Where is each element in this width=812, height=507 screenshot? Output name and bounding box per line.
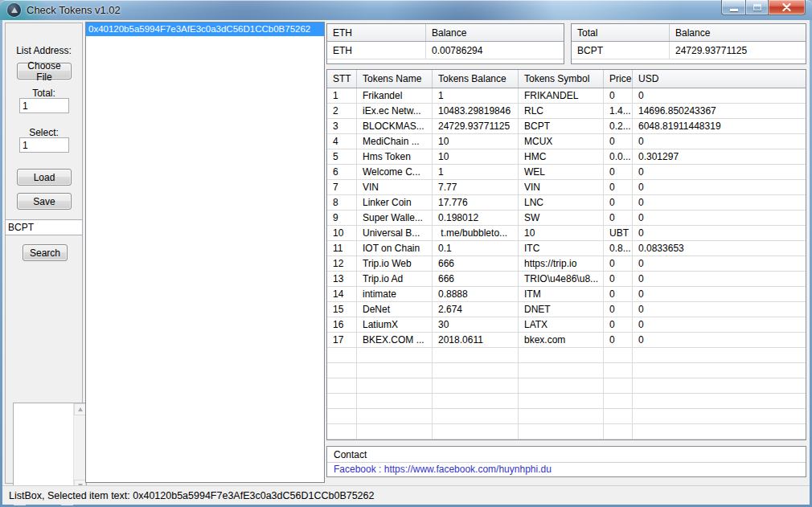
cell: intimate	[357, 287, 433, 301]
cell: 0	[633, 317, 806, 332]
column-header[interactable]: Total	[572, 24, 670, 41]
result-listbox[interactable]	[13, 403, 87, 493]
token-filter-input[interactable]: BCPT	[6, 219, 83, 235]
title-bar[interactable]: Check Tokens v1.02	[0, 0, 812, 20]
cell	[433, 394, 519, 408]
column-header[interactable]: Price	[604, 70, 633, 88]
cell: Super Walle...	[357, 211, 433, 225]
cell	[519, 348, 604, 362]
minimize-icon	[730, 9, 738, 11]
cell	[327, 363, 357, 378]
cell: ETH	[327, 42, 426, 59]
table-row[interactable]: 12Trip.io Web666https://trip.io00	[327, 256, 806, 272]
table-row[interactable]	[327, 424, 806, 440]
column-header[interactable]: Tokens Balance	[433, 70, 519, 88]
cell: 0	[604, 180, 633, 194]
table-row[interactable]: 16LatiumX30LATX00	[327, 317, 806, 333]
facebook-link[interactable]: Facebook : https://www.facebook.com/huyn…	[327, 463, 806, 476]
table-row[interactable]: 9Super Walle...0.198012SW00	[327, 211, 806, 226]
cell: 0	[633, 287, 806, 301]
total-input[interactable]: 1	[19, 98, 69, 113]
close-button[interactable]	[768, 0, 806, 15]
cell	[519, 409, 604, 423]
column-header[interactable]: Balance	[426, 24, 564, 41]
status-bar: ListBox, Selected item text: 0x40120b5a5…	[2, 485, 810, 505]
cell: 16	[327, 317, 357, 332]
cell	[633, 363, 806, 378]
vertical-scrollbar[interactable]	[73, 403, 86, 492]
total-label: Total:	[6, 88, 82, 99]
table-row[interactable]: 13Trip.io Ad666TRIO\u4e86\u8...00	[327, 272, 806, 287]
table-row[interactable]: 14intimate0.8888ITM00	[327, 287, 806, 302]
cell	[327, 424, 357, 439]
eth-balance-table: ETHBalanceETH0.00786294	[326, 23, 564, 64]
table-row[interactable]: 5Hms Token10HMC0.0...0.301297	[327, 149, 806, 165]
search-button[interactable]: Search	[23, 244, 68, 261]
cell: 14	[327, 287, 357, 301]
table-row[interactable]: 2iEx.ec Netw...10483.29819846RLC1.4...14…	[327, 104, 806, 119]
table-row[interactable]	[327, 409, 806, 424]
column-header[interactable]: Tokens Symbol	[519, 70, 604, 88]
contact-header: Contact	[327, 447, 806, 463]
cell	[433, 378, 519, 393]
cell: MediChain ...	[357, 134, 433, 149]
table-row[interactable]: 7VIN7.77VIN00	[327, 180, 806, 195]
table-row[interactable]: 10Universal B... t.me/bubbleto...10UBT0	[327, 226, 806, 241]
cell: RLC	[519, 104, 604, 118]
cell: 0	[604, 272, 633, 286]
column-header[interactable]: USD	[633, 70, 806, 88]
table-row[interactable]: ETH0.00786294	[327, 42, 564, 59]
cell: 13	[327, 272, 357, 286]
save-button[interactable]: Save	[17, 193, 72, 210]
cell: 0	[633, 134, 806, 149]
cell: 666	[433, 256, 519, 271]
table-row[interactable]: 8Linker Coin17.776LNC00	[327, 195, 806, 211]
cell: 10	[433, 149, 519, 164]
cell	[357, 348, 433, 362]
table-row[interactable]: 6Welcome C...1WEL00	[327, 165, 806, 180]
column-header[interactable]: ETH	[327, 24, 426, 41]
table-row[interactable]: 4MediChain ...10MCUX00	[327, 134, 806, 149]
table-row[interactable]: BCPT24729.93771125	[572, 42, 806, 59]
cell: 0.301297	[633, 149, 806, 164]
arrow-up-icon	[78, 407, 83, 411]
select-input[interactable]: 1	[19, 137, 69, 153]
table-row[interactable]	[327, 394, 806, 409]
cell	[357, 409, 433, 423]
cell: 0.0...	[604, 149, 633, 164]
cell: 6048.81911448319	[633, 119, 806, 133]
table-row[interactable]	[327, 363, 806, 378]
cell: 1	[327, 88, 357, 103]
table-row[interactable]: 1Frikandel1FRIKANDEL00	[327, 88, 806, 104]
cell: 0	[633, 195, 806, 210]
cell	[604, 348, 633, 362]
cell: LatiumX	[357, 317, 433, 332]
table-row[interactable]: 17BKEX.COM ...2018.0611bkex.com00	[327, 333, 806, 348]
cell: Universal B...	[357, 226, 433, 240]
cell: LATX	[519, 317, 604, 332]
address-list[interactable]: 0x40120b5a5994F7e3AfE3c0a3dC56D1CCb0B752…	[85, 22, 325, 483]
column-header[interactable]: Tokens Name	[357, 70, 433, 88]
table-row[interactable]	[327, 378, 806, 394]
table-row[interactable]: 15DeNet2.674DNET00	[327, 302, 806, 317]
table-row[interactable]	[327, 348, 806, 363]
table-row[interactable]: 11IOT on Chain0.1ITC0.8...0.0833653	[327, 241, 806, 256]
maximize-button[interactable]	[745, 0, 768, 15]
table-row[interactable]: 3BLOCKMAS...24729.93771125BCPT0.2...6048…	[327, 119, 806, 134]
cell: 0	[604, 88, 633, 103]
minimize-button[interactable]	[721, 0, 745, 15]
column-header[interactable]: STT	[327, 70, 357, 88]
cell: FRIKANDEL	[519, 88, 604, 103]
choose-file-button[interactable]: Choose File	[17, 63, 72, 80]
cell: 15	[327, 302, 357, 317]
scroll-up-button[interactable]	[74, 403, 86, 415]
header-row: ETHBalance	[327, 24, 564, 42]
load-button[interactable]: Load	[17, 169, 72, 186]
status-text: ListBox, Selected item text: 0x40120b5a5…	[9, 490, 374, 501]
cell: t.me/bubbleto...	[433, 226, 519, 240]
list-item[interactable]: 0x40120b5a5994F7e3AfE3c0a3dC56D1CCb0B752…	[86, 22, 324, 36]
cell: 1	[433, 88, 519, 103]
cell: 30	[433, 317, 519, 332]
column-header[interactable]: Balance	[670, 24, 806, 41]
header-row: TotalBalance	[572, 24, 806, 42]
